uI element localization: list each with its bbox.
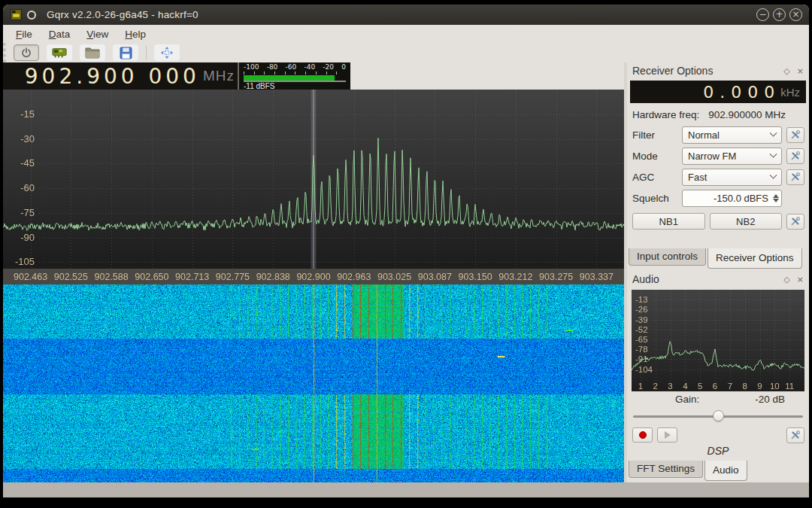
menu-data[interactable]: Data: [42, 27, 77, 41]
audio-panel-title: Audio: [632, 273, 659, 285]
squelch-label: Squelch: [632, 193, 677, 204]
tab-fft-settings[interactable]: FFT Settings: [629, 461, 703, 478]
wrench-icon: [790, 172, 801, 182]
filter-value: Normal: [688, 129, 720, 141]
mode-label: Mode: [632, 151, 677, 162]
menu-view[interactable]: View: [80, 27, 115, 41]
dock-float-icon[interactable]: ◇: [783, 275, 789, 284]
meter-ticks: [244, 71, 346, 75]
wrench-icon: [790, 430, 801, 440]
gain-value: -20 dB: [755, 394, 785, 405]
menu-file[interactable]: File: [9, 27, 39, 41]
agc-combo[interactable]: Fast: [682, 169, 782, 186]
tuner-device-button[interactable]: [47, 44, 72, 61]
maximize-button[interactable]: +: [773, 8, 786, 21]
signal-strength-meter: -100-80-60-40-200 -11 dBFS: [238, 62, 350, 90]
play-audio-button[interactable]: [657, 427, 677, 443]
mode-options-button[interactable]: [786, 148, 804, 164]
squelch-row: Squelch -150.0 dBFS: [632, 189, 804, 207]
mode-row: Mode Narrow FM: [632, 147, 804, 165]
meter-scale: -100-80-60-40-200: [244, 64, 346, 71]
pan-view-button[interactable]: [154, 44, 180, 61]
audio-options-button[interactable]: [786, 427, 804, 443]
hardware-freq-value: 902.900000 MHz: [708, 109, 786, 120]
hardware-freq-row: Hardware freq: 902.900000 MHz: [632, 108, 786, 121]
wrench-icon: [790, 151, 801, 161]
agc-value: Fast: [688, 172, 707, 183]
audio-spectrum-plot: [632, 290, 804, 391]
filter-label: Filter: [632, 129, 677, 141]
audio-tab-bar: FFT Settings Audio: [629, 461, 809, 482]
move-arrows-icon: [160, 46, 174, 59]
mode-value: Narrow FM: [688, 151, 736, 162]
chevron-down-icon: [770, 150, 777, 157]
power-icon: [20, 47, 32, 59]
menu-help[interactable]: Help: [118, 27, 153, 41]
chevron-down-icon: [770, 129, 777, 136]
offset-frequency-display[interactable]: 0.000 kHz: [630, 81, 806, 103]
hardware-freq-label: Hardware freq:: [632, 109, 699, 120]
spin-up-icon[interactable]: [773, 194, 779, 198]
receiver-options-title: Receiver Options: [632, 65, 713, 77]
frequency-unit: MHz: [203, 68, 235, 84]
squelch-spinbox[interactable]: -150.0 dBFS: [682, 190, 782, 207]
nb1-button[interactable]: NB1: [632, 213, 705, 230]
waterfall-plot[interactable]: [3, 284, 624, 482]
folder-icon: [85, 47, 100, 59]
gain-slider[interactable]: [633, 410, 803, 422]
window-menu-icon[interactable]: [27, 11, 36, 20]
meter-tick-label: -20: [323, 64, 334, 71]
tab-receiver-options[interactable]: Receiver Options: [707, 248, 802, 269]
app-icon: [11, 9, 22, 20]
floppy-icon: [120, 47, 132, 59]
dock-close-icon[interactable]: ×: [797, 67, 804, 75]
audio-buttons-row: [632, 427, 804, 443]
tab-input-controls[interactable]: Input controls: [629, 248, 706, 266]
rf-spectrum-plot[interactable]: [3, 90, 624, 269]
start-dsp-button[interactable]: [14, 44, 39, 61]
frequency-digits[interactable]: 902.900 000: [25, 64, 200, 89]
open-file-button[interactable]: [80, 44, 105, 61]
wrench-icon: [790, 129, 801, 140]
window-title: Gqrx v2.2.0-26-g6a45 - hackrf=0: [47, 9, 198, 20]
receiver-tab-bar: Input controls Receiver Options: [629, 248, 809, 269]
gain-row: Gain: -20 dB: [627, 394, 809, 405]
close-button[interactable]: ×: [789, 8, 802, 21]
slider-handle[interactable]: [713, 410, 724, 421]
dock-close-icon[interactable]: ×: [797, 275, 804, 284]
filter-combo[interactable]: Normal: [682, 126, 782, 144]
save-button[interactable]: [113, 44, 138, 61]
play-icon: [665, 431, 671, 439]
agc-row: AGC Fast: [632, 168, 804, 186]
dock-float-icon[interactable]: ◇: [783, 67, 789, 75]
frequency-display[interactable]: 902.900 000 MHz: [3, 62, 238, 90]
agc-options-button[interactable]: [786, 169, 804, 185]
right-dock-panel: Receiver Options ◇ × 0.000 kHz Hardware …: [627, 62, 809, 482]
agc-label: AGC: [632, 172, 677, 183]
spin-down-icon[interactable]: [773, 199, 779, 202]
frequency-axis: [3, 269, 624, 284]
record-audio-button[interactable]: [632, 427, 653, 443]
menu-bar: File Data View Help: [3, 25, 809, 43]
tab-audio[interactable]: Audio: [704, 461, 747, 481]
mode-combo[interactable]: Narrow FM: [682, 148, 782, 165]
receiver-options-header: Receiver Options ◇ ×: [627, 62, 809, 79]
filter-row: Filter Normal: [632, 126, 804, 144]
offset-unit: kHz: [780, 86, 800, 99]
window-bottom-edge: [3, 482, 809, 497]
audio-panel-header: Audio ◇ ×: [627, 271, 809, 287]
minimize-button[interactable]: −: [756, 8, 769, 21]
nb2-button[interactable]: NB2: [710, 213, 783, 230]
dsp-status-label: DSP: [627, 445, 809, 457]
squelch-value: -150.0 dBFS: [714, 193, 768, 204]
meter-tick-label: 0: [341, 64, 346, 71]
offset-digits[interactable]: 0.000: [703, 83, 780, 102]
meter-tick-label: -60: [286, 64, 297, 71]
tool-bar: [3, 43, 809, 62]
tuner-card-icon: [52, 47, 67, 59]
nb-options-button[interactable]: [786, 214, 804, 230]
filter-options-button[interactable]: [786, 127, 804, 143]
record-icon: [639, 431, 647, 439]
meter-tick-label: -40: [304, 64, 315, 71]
meter-tick-label: -100: [244, 64, 259, 71]
